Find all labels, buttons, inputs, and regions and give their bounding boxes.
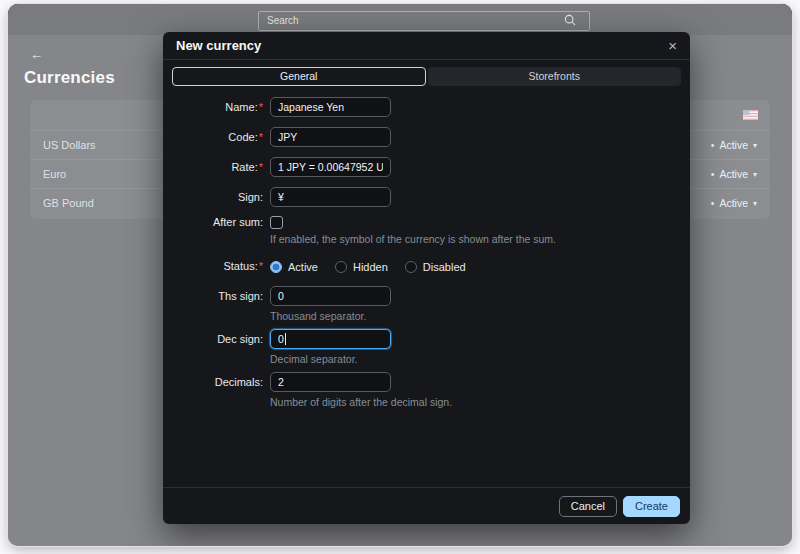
- tab-general[interactable]: General: [172, 67, 426, 86]
- form-row-status: Status:* Active Hidden Disabled: [163, 259, 690, 274]
- name-label: Name:*: [163, 97, 270, 117]
- tab-storefronts[interactable]: Storefronts: [428, 67, 682, 86]
- status-label: Status:*: [163, 259, 270, 273]
- form-row-after-sum: After sum: If enabled, the symbol of the…: [163, 215, 690, 245]
- ths-sign-label: Ths sign:: [163, 286, 270, 306]
- form-row-ths-sign: Ths sign: Thousand separator.: [163, 286, 690, 322]
- dec-sign-label: Dec sign:: [163, 329, 270, 349]
- after-sum-checkbox[interactable]: [270, 216, 283, 229]
- dec-sign-input[interactable]: 0: [270, 329, 391, 349]
- required-marker: *: [259, 161, 263, 173]
- ths-sign-help: Thousand separator.: [270, 310, 391, 322]
- rate-label: Rate:*: [163, 157, 270, 177]
- close-icon[interactable]: ×: [668, 38, 677, 53]
- dialog-tabs: General Storefronts: [172, 67, 681, 86]
- radio-icon: [335, 261, 347, 273]
- new-currency-dialog: New currency × General Storefronts Name:…: [163, 32, 690, 524]
- name-input[interactable]: [270, 97, 391, 117]
- decimals-help: Number of digits after the decimal sign.: [270, 396, 452, 408]
- dialog-footer: Cancel Create: [163, 487, 690, 524]
- sign-label: Sign:: [163, 187, 270, 207]
- rate-input[interactable]: [270, 157, 391, 177]
- currency-form: Name:* Code:* Rate:* Sign: After sum: If…: [163, 97, 690, 408]
- dialog-header: New currency ×: [163, 32, 690, 60]
- status-radio-disabled[interactable]: Disabled: [405, 261, 466, 273]
- after-sum-label: After sum:: [163, 215, 270, 229]
- ths-sign-input[interactable]: [270, 286, 391, 306]
- radio-selected-icon: [270, 261, 282, 273]
- required-marker: *: [259, 131, 263, 143]
- form-row-code: Code:*: [163, 127, 690, 147]
- after-sum-help: If enabled, the symbol of the currency i…: [270, 233, 556, 245]
- form-row-dec-sign: Dec sign: 0 Decimal separator.: [163, 329, 690, 365]
- app-window: ← Currencies US Dollars • Active ▾ Euro: [8, 4, 792, 546]
- form-row-sign: Sign:: [163, 187, 690, 207]
- dialog-title: New currency: [176, 38, 261, 53]
- text-cursor: [285, 333, 286, 345]
- form-row-decimals: Decimals: Number of digits after the dec…: [163, 372, 690, 408]
- status-radio-active[interactable]: Active: [270, 261, 318, 273]
- required-marker: *: [259, 101, 263, 113]
- dec-sign-help: Decimal separator.: [270, 353, 391, 365]
- radio-icon: [405, 261, 417, 273]
- code-label: Code:*: [163, 127, 270, 147]
- required-marker: *: [259, 260, 263, 272]
- cancel-button[interactable]: Cancel: [559, 496, 617, 517]
- status-radio-hidden[interactable]: Hidden: [335, 261, 388, 273]
- decimals-label: Decimals:: [163, 372, 270, 392]
- code-input[interactable]: [270, 127, 391, 147]
- create-button[interactable]: Create: [623, 496, 680, 517]
- sign-input[interactable]: [270, 187, 391, 207]
- decimals-input[interactable]: [270, 372, 391, 392]
- form-row-rate: Rate:*: [163, 157, 690, 177]
- form-row-name: Name:*: [163, 97, 690, 117]
